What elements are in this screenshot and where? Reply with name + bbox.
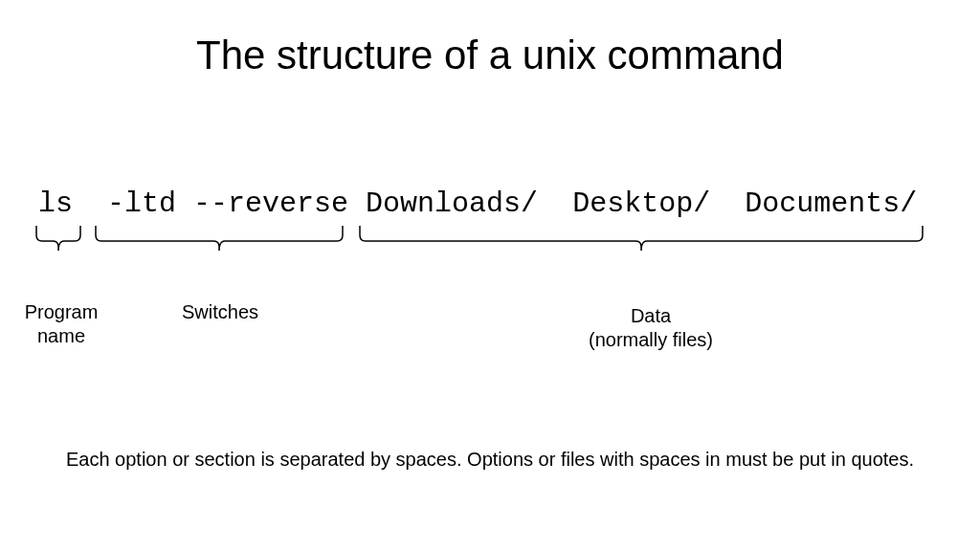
brace-data: [358, 224, 924, 260]
brace-switches: [94, 224, 345, 260]
cmd-data: Downloads/ Desktop/ Documents/: [366, 187, 917, 220]
slide: The structure of a unix command ls -ltd …: [0, 0, 980, 551]
label-data: Data(normally files): [555, 304, 746, 352]
cmd-switches: -ltd --reverse: [107, 187, 348, 220]
page-title: The structure of a unix command: [0, 33, 980, 78]
brace-program: [34, 224, 82, 260]
command-line: ls -ltd --reverse Downloads/ Desktop/ Do…: [38, 187, 917, 220]
label-program: Programname: [13, 300, 109, 348]
label-switches: Switches: [163, 300, 278, 324]
cmd-program: ls: [38, 187, 73, 220]
footnote: Each option or section is separated by s…: [0, 449, 980, 471]
